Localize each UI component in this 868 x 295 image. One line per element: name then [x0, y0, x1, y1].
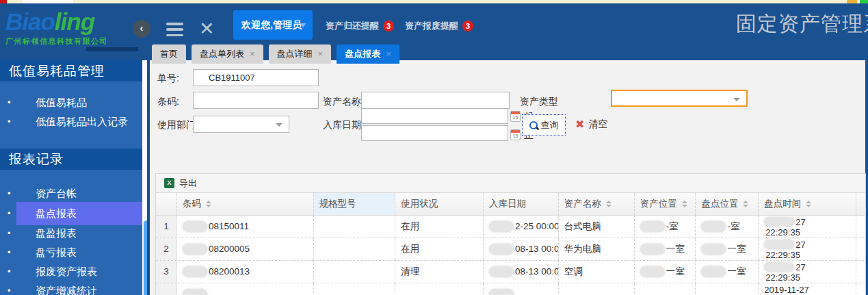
cell-inventory-time: 2722:29:35 — [759, 261, 856, 283]
department-label: 使用部门: — [157, 119, 198, 131]
asset-type-label: 资产类型 — [520, 96, 558, 108]
redaction-blob — [640, 244, 665, 255]
calendar-icon[interactable] — [510, 129, 521, 140]
calendar-icon[interactable] — [510, 111, 521, 122]
menu-icon[interactable] — [166, 23, 183, 36]
column-label: 使用状况 — [401, 193, 438, 215]
chevron-down-icon — [276, 123, 282, 127]
tab-inventory-detail[interactable]: 盘点详细 — [269, 44, 332, 64]
barcode-input[interactable] — [193, 92, 319, 109]
redaction-blob — [489, 266, 514, 277]
logo-wordmark: Biaoling — [5, 9, 132, 35]
column-header-inventory-time[interactable]: 盘点时间 — [759, 193, 856, 215]
column-header-asset-name[interactable]: 资产名称 — [559, 193, 635, 215]
export-button[interactable]: 导出 — [164, 177, 197, 190]
redaction-blob — [701, 221, 726, 232]
tab-bar: 首页 盘点单列表 盘点详细 盘点报表 — [152, 44, 399, 64]
table-row[interactable]: 2019-11-27 — [156, 283, 865, 295]
column-label: 入库日期 — [489, 193, 526, 215]
sidebar-item-scrapped-asset-report[interactable]: 报废资产报表 — [0, 263, 142, 281]
close-icon[interactable] — [199, 18, 215, 40]
asset-return-reminder[interactable]: 资产归还提醒 3 — [326, 20, 394, 32]
cell-inventory-location: 一室 — [696, 261, 759, 283]
table-row[interactable]: 3 08200013 清理 08-13 00:00:00 空调 一室 一室 27… — [156, 261, 865, 283]
sidebar-item-asset-change-stats[interactable]: 资产增减统计 — [0, 282, 142, 295]
column-header-inventory-location[interactable]: 盘点位置 — [696, 193, 759, 215]
column-header-asset-location[interactable]: 资产位置 — [635, 193, 696, 215]
cell-barcode: 08200005 — [177, 238, 314, 260]
bullet-icon — [8, 282, 11, 295]
redaction-blob — [183, 266, 207, 277]
row-number: 2 — [156, 238, 177, 260]
query-button[interactable]: 查询 — [522, 114, 566, 136]
sort-icon[interactable] — [743, 201, 748, 207]
bullet-icon — [8, 244, 11, 261]
asset-scrap-reminder[interactable]: 资产报废提醒 3 — [405, 20, 473, 32]
asset-name-input[interactable] — [361, 92, 510, 109]
sort-icon[interactable] — [206, 201, 211, 207]
cell-spec-model — [314, 283, 396, 295]
tab-label: 首页 — [160, 44, 178, 64]
storage-date-end-input[interactable] — [361, 125, 508, 141]
asset-name-label: 资产名称: — [323, 96, 364, 108]
column-header-barcode[interactable]: 条码 — [177, 193, 314, 215]
redaction-blob — [764, 240, 794, 249]
column-header-usage-status[interactable]: 使用状况 — [395, 193, 484, 215]
tab-home[interactable]: 首页 — [152, 44, 186, 64]
sort-icon[interactable] — [682, 201, 687, 207]
cell-spec-model — [314, 238, 396, 260]
cell-storage-date: 08-13 00:00:00 — [484, 238, 559, 260]
close-tab-icon[interactable] — [386, 44, 391, 64]
cell-inventory-time: 2722:29:35 — [759, 238, 856, 260]
asset-type-select[interactable] — [611, 90, 748, 107]
sidebar-item-label: 报废资产报表 — [36, 263, 97, 281]
bullet-icon — [8, 205, 11, 222]
tab-inventory-report[interactable]: 盘点报表 — [337, 44, 399, 64]
tab-inventory-list[interactable]: 盘点单列表 — [192, 44, 263, 64]
department-select[interactable] — [193, 116, 289, 133]
column-header-storage-date[interactable]: 入库日期 — [484, 193, 559, 215]
row-number: 1 — [156, 216, 177, 238]
table-row[interactable]: 2 08200005 在用 08-13 00:00:00 华为电脑 一室 一室 … — [156, 238, 865, 261]
collapse-sidebar-button[interactable] — [133, 20, 150, 38]
close-tab-icon[interactable] — [250, 44, 255, 64]
cell-usage-status: 清理 — [395, 261, 484, 283]
row-number — [156, 283, 177, 295]
sidebar-item-surplus-report[interactable]: 盘盈报表 — [0, 225, 142, 242]
clear-button[interactable]: 清空 — [575, 118, 607, 131]
chevron-down-icon — [733, 98, 740, 101]
cell-usage-status: 在用 — [395, 216, 484, 238]
cell-storage-date: 2-25 00:00:00 — [484, 216, 559, 238]
column-header-spacer — [856, 193, 865, 215]
order-no-input[interactable] — [193, 69, 319, 86]
sidebar-item-label: 盘亏报表 — [36, 244, 77, 261]
logo-part-blue: Biao — [5, 8, 55, 35]
column-header-rownum — [156, 193, 177, 215]
sidebar-item-loss-report[interactable]: 盘亏报表 — [0, 244, 142, 261]
user-menu-button[interactable]: 欢迎您,管理员 — [233, 10, 313, 40]
cell-inventory-location: 一室 — [696, 238, 759, 260]
app-header: Biaoling 广州标领信息科技有限公司 欢迎您,管理员 资产归还提醒 3 资… — [0, 3, 868, 60]
close-tab-icon[interactable] — [318, 44, 324, 64]
sidebar-item-asset-ledger[interactable]: 资产台帐 — [0, 185, 142, 203]
cell-barcode: 08200013 — [177, 261, 314, 283]
reminder-label: 资产归还提醒 — [326, 20, 379, 32]
sort-icon[interactable] — [606, 201, 611, 207]
clear-x-icon — [575, 118, 584, 131]
company-logo[interactable]: Biaoling 广州标领信息科技有限公司 — [5, 9, 132, 50]
sidebar-section-consumables[interactable]: 低值易耗品管理 — [0, 60, 142, 81]
sidebar-section-reports[interactable]: 报表记录 — [0, 149, 142, 170]
sidebar-item-inventory-report[interactable]: 盘点报表 — [0, 205, 142, 222]
tab-label: 盘点详细 — [277, 44, 313, 64]
redaction-blob — [640, 221, 665, 232]
sidebar-item-consumables-io-records[interactable]: 低值易耗品出入记录 — [0, 113, 142, 131]
storage-date-start-input[interactable] — [361, 108, 508, 124]
table-row[interactable]: 1 08150011 在用 2-25 00:00:00 台式电脑 -室 -室 2… — [156, 216, 865, 238]
cell-barcode: 08150011 — [177, 216, 314, 238]
column-header-spec-model[interactable]: 规格型号 — [314, 193, 396, 215]
sidebar-item-consumables[interactable]: 低值易耗品 — [0, 94, 142, 112]
cell-asset-location: 一室 — [635, 261, 696, 283]
cell-inventory-time: 2722:29:35 — [759, 216, 856, 238]
sort-icon[interactable] — [806, 201, 811, 207]
sidebar-item-label: 盘点报表 — [36, 205, 77, 222]
